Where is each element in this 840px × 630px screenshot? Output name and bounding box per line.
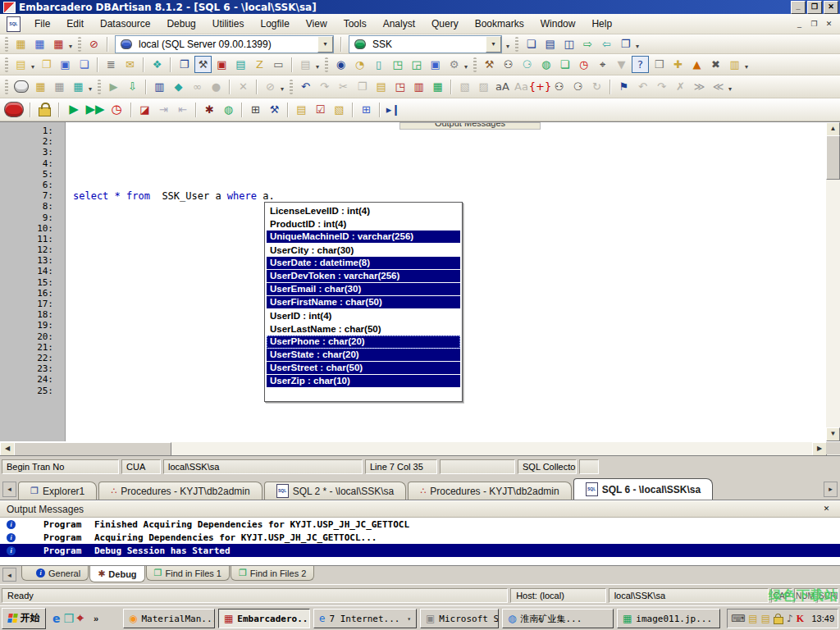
menu-item-edit[interactable]: Edit: [59, 16, 91, 32]
autocomplete-item[interactable]: UniqueMachineID : varchar(256): [267, 231, 460, 244]
document-tab[interactable]: ❐Explorer1: [18, 482, 97, 500]
execute-multiple-icon[interactable]: ❏: [556, 56, 573, 73]
migrate-icon[interactable]: ▦: [70, 78, 87, 95]
copy-icon[interactable]: ❐: [354, 78, 371, 95]
import-icon[interactable]: ◲: [408, 56, 425, 73]
undo-icon[interactable]: ↶: [297, 78, 314, 95]
edit-datasource-icon[interactable]: ▦: [31, 35, 48, 52]
run-to-cursor-icon[interactable]: ◪: [136, 101, 153, 118]
autocomplete-item[interactable]: UserDate : datetime(8): [267, 257, 460, 270]
build-icon[interactable]: ⚒: [481, 56, 498, 73]
menu-item-datasource[interactable]: Datasource: [93, 16, 158, 32]
monitor-window-icon[interactable]: ▣: [213, 56, 231, 73]
lock-datasource-icon[interactable]: ▦: [32, 78, 49, 95]
match-braces-icon[interactable]: {+}: [532, 78, 549, 95]
sql-tuner-icon[interactable]: ▥: [726, 56, 743, 73]
book-icon[interactable]: ▯: [370, 56, 387, 73]
toolbar-grip[interactable]: [98, 80, 101, 94]
utility-window-icon[interactable]: ⚒: [194, 56, 212, 73]
step-execute-icon[interactable]: ⇩: [124, 78, 141, 95]
scroll-left-icon[interactable]: ◀: [0, 442, 15, 456]
task-button[interactable]: ▦Embarcadero...: [218, 609, 310, 628]
restore-icon[interactable]: ❐: [807, 1, 822, 14]
indent-icon[interactable]: ≫: [691, 78, 708, 95]
quick-launch-overflow-icon[interactable]: »: [94, 614, 98, 623]
tile-vertical-icon[interactable]: ◫: [560, 35, 578, 52]
toolbar-grip[interactable]: [290, 80, 293, 94]
save-icon[interactable]: ▣: [57, 56, 74, 73]
edit-script-icon[interactable]: ▤: [293, 101, 310, 118]
autocomplete-item[interactable]: UserPhone : char(20): [267, 336, 460, 349]
task-button[interactable]: ▣Microsoft S...: [420, 609, 499, 628]
toolbar-overflow-icon[interactable]: ▾: [636, 43, 639, 50]
toolbar-overflow-icon[interactable]: ▾: [464, 63, 468, 71]
autocomplete-item[interactable]: UserID : int(4): [267, 309, 460, 322]
mdi-close-icon[interactable]: ✕: [823, 19, 835, 30]
ie-icon[interactable]: e: [52, 612, 61, 625]
paste-special-icon[interactable]: ◳: [391, 78, 409, 95]
tools-icon[interactable]: ✖: [707, 56, 724, 73]
new-icon[interactable]: ▤: [12, 56, 30, 73]
toolbar-overflow-icon[interactable]: ▾: [728, 85, 732, 93]
bug-icon[interactable]: ✱: [201, 101, 218, 118]
autocomplete-item[interactable]: UserEmail : char(30): [267, 283, 460, 296]
kingsoft-icon[interactable]: K: [797, 613, 804, 625]
script-icon[interactable]: Z: [251, 56, 268, 73]
export-icon[interactable]: ◳: [389, 56, 406, 73]
find-objects-icon[interactable]: ⚇: [500, 56, 517, 73]
menu-item-debug[interactable]: Debug: [159, 16, 203, 32]
cancel-icon[interactable]: ✕: [235, 78, 252, 95]
minimize-icon[interactable]: _: [791, 1, 806, 14]
menu-item-analyst[interactable]: Analyst: [376, 16, 422, 32]
menu-item-window[interactable]: Window: [533, 16, 583, 32]
menu-item-file[interactable]: File: [27, 16, 57, 32]
uppercase-icon[interactable]: aA: [494, 78, 511, 95]
outdent-icon[interactable]: ≪: [710, 78, 727, 95]
debug-datasource-icon[interactable]: [4, 102, 24, 117]
next-window-icon[interactable]: ⇨: [579, 35, 596, 52]
next-bookmark-icon[interactable]: ↷: [653, 78, 670, 95]
toolbar-overflow-icon[interactable]: ▾: [69, 43, 72, 50]
toolbar-grip[interactable]: [5, 37, 8, 52]
stop-debug-icon[interactable]: ▸❙: [385, 101, 402, 118]
sql-account-icon[interactable]: ◉: [332, 56, 349, 73]
scroll-right-icon[interactable]: ▶: [812, 442, 827, 456]
paste-sql-icon[interactable]: ▤: [297, 56, 314, 73]
output-message-row[interactable]: iProgramFinished Acquiring Dependencies …: [0, 518, 840, 531]
autocomplete-item[interactable]: UserCity : char(30): [267, 244, 460, 257]
task-button[interactable]: ◉MaterialMan...: [123, 609, 215, 628]
toolbar-grip[interactable]: [325, 57, 328, 72]
vertical-scrollbar[interactable]: ▲ ▼: [826, 122, 840, 441]
mdi-minimize-icon[interactable]: _: [793, 19, 806, 30]
help-icon[interactable]: ?: [632, 56, 649, 73]
scroll-up-icon[interactable]: ▲: [826, 122, 840, 136]
replace-icon[interactable]: ↻: [588, 78, 605, 95]
output-tab-general[interactable]: iGeneral: [21, 566, 89, 581]
output-tab-debug[interactable]: ✱Debug: [89, 566, 144, 582]
analyst-icon[interactable]: ▲: [688, 56, 705, 73]
filter-icon[interactable]: ▼: [613, 56, 630, 73]
validate-script-icon[interactable]: ☑: [312, 101, 329, 118]
add-datasource-icon[interactable]: ✚: [669, 56, 687, 73]
wrench-icon[interactable]: ⚙: [445, 56, 463, 73]
autocomplete-item[interactable]: UserStreet : char(50): [267, 362, 460, 375]
uncomment-icon[interactable]: ▨: [475, 78, 492, 95]
database-combo[interactable]: SSK▾: [349, 35, 502, 53]
sql-editor[interactable]: Output Messages 1:2:3:4:5:6:7:8:9:10:11:…: [0, 121, 840, 441]
tab-scroll-right-icon[interactable]: ▸: [824, 482, 838, 497]
menu-item-query[interactable]: Query: [424, 16, 466, 32]
update-doc-icon[interactable]: ▤: [748, 613, 757, 624]
scroll-down-icon[interactable]: ▼: [826, 427, 840, 441]
toolbar-grip[interactable]: [473, 57, 477, 72]
debug-go-icon[interactable]: ▶: [64, 100, 84, 120]
output-close-icon[interactable]: ✕: [819, 503, 833, 516]
update-doc2-icon[interactable]: ▤: [761, 613, 770, 624]
show-desktop-icon[interactable]: ❒: [64, 612, 75, 625]
find-recent-icon[interactable]: ⚆: [518, 56, 536, 73]
autocomplete-item[interactable]: UserZip : char(10): [267, 375, 460, 388]
find-icon[interactable]: ⚇: [550, 78, 568, 95]
web-icon[interactable]: ◍: [537, 56, 555, 73]
autocomplete-item[interactable]: UserDevToken : varchar(256): [267, 270, 460, 283]
projector-icon[interactable]: ▭: [270, 56, 287, 73]
step-out-icon[interactable]: ⇤: [174, 101, 191, 118]
